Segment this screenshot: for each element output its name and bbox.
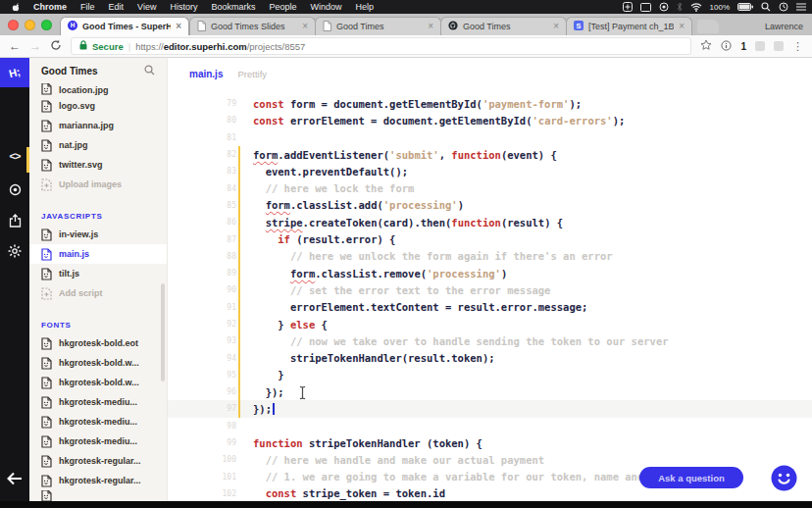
close-tab-icon[interactable]: ×: [553, 22, 559, 31]
code-line[interactable]: 79const form = document.getElementById('…: [168, 95, 812, 112]
sidebar-font-item[interactable]: hkgrotesk-bold.w...: [29, 353, 167, 373]
password-extension-icon[interactable]: 1: [740, 41, 746, 52]
status-plus-icon[interactable]: [623, 2, 633, 12]
close-tab-icon[interactable]: ×: [428, 22, 433, 31]
browser-tab[interactable]: S[Test] Payment ch_1BPyR6IW×: [566, 17, 692, 35]
browser-tab[interactable]: Good Times×: [315, 17, 441, 35]
settings-gear-icon[interactable]: [0, 244, 29, 258]
notification-center-icon[interactable]: [796, 3, 806, 11]
code-line[interactable]: 98: [168, 418, 812, 434]
code-line[interactable]: 89 form.classList.remove('processing'): [168, 265, 812, 281]
sidebar-font-item[interactable]: hkgrotesk-regular...: [29, 451, 167, 471]
close-tab-icon[interactable]: ×: [176, 22, 181, 31]
search-icon[interactable]: [144, 62, 155, 79]
code-editor[interactable]: main.js Prettify 79const form = document…: [167, 58, 812, 508]
info-extension-icon[interactable]: [721, 37, 732, 55]
code-line[interactable]: 94 stripeTokenHandler(result.token);: [168, 349, 812, 366]
sidebar-item-marianna-jpg[interactable]: marianna.jpg: [29, 116, 167, 135]
code-text: } else {: [248, 319, 328, 330]
changed-line-marker: [238, 214, 248, 230]
code-line[interactable]: 83 event.preventDefault();: [168, 163, 812, 179]
screen-record-icon[interactable]: [659, 2, 669, 12]
minimize-window-button[interactable]: [25, 20, 35, 30]
browser-tab[interactable]: HGood Times - SuperHi×: [60, 17, 189, 35]
code-line[interactable]: 92 } else {: [168, 316, 812, 332]
code-area[interactable]: 79const form = document.getElementById('…: [168, 89, 812, 502]
close-window-button[interactable]: [8, 20, 19, 30]
code-line[interactable]: 86 stripe.createToken(card).then(functio…: [168, 214, 812, 230]
extension-icon-dim[interactable]: [755, 41, 765, 51]
code-line[interactable]: 88 // here we unlock the form again if t…: [168, 248, 812, 265]
add-script-button[interactable]: Add script: [29, 283, 167, 303]
code-line[interactable]: 81: [168, 129, 812, 146]
browser-tab[interactable]: Good Times Slides×: [189, 17, 316, 35]
secure-lock-icon[interactable]: [79, 40, 87, 52]
code-line[interactable]: 100 // here we handle and make our actua…: [168, 451, 812, 468]
sidebar-scrollbar[interactable]: [161, 283, 165, 381]
preview-eye-icon[interactable]: [0, 183, 29, 196]
sidebar-font-item[interactable]: hkgrotesk-mediu...: [29, 392, 167, 412]
code-line[interactable]: 90 // set the error text to the error me…: [168, 281, 812, 298]
menu-bookmarks[interactable]: Bookmarks: [204, 2, 262, 12]
sidebar-font-item[interactable]: hkgrotesk-regular...: [29, 471, 167, 490]
menu-window[interactable]: Window: [303, 2, 348, 12]
reload-button[interactable]: [50, 37, 62, 55]
browser-profile-name[interactable]: Lawrence: [765, 22, 803, 31]
sidebar-item-in-view-js[interactable]: in-view.js: [29, 225, 167, 244]
code-line[interactable]: 85 form.classList.add('processing'): [168, 197, 812, 214]
ask-question-button[interactable]: Ask a question: [639, 467, 743, 488]
wifi-icon[interactable]: [690, 3, 702, 12]
code-line[interactable]: 96 });: [168, 383, 812, 400]
code-line[interactable]: 87 if (result.error) {: [168, 230, 812, 247]
zoom-window-button[interactable]: [41, 20, 52, 30]
menu-view[interactable]: View: [130, 2, 163, 12]
code-line[interactable]: 84 // here we lock the form: [168, 179, 812, 196]
menu-help[interactable]: Help: [348, 2, 381, 12]
extension-icon-dim[interactable]: [774, 41, 784, 51]
battery-icon[interactable]: [737, 3, 753, 11]
code-editor-icon[interactable]: <>: [0, 150, 29, 162]
bookmark-star-icon[interactable]: [700, 37, 712, 55]
clock-icon[interactable]: [779, 2, 788, 12]
browser-menu-icon[interactable]: ⋮: [792, 40, 803, 53]
code-line[interactable]: 93 // now we take over to handle sending…: [168, 332, 812, 349]
new-tab-button[interactable]: [697, 20, 719, 33]
code-line[interactable]: 82form.addEventListener('submit', functi…: [168, 146, 812, 163]
sidebar-item-twitter-svg[interactable]: twitter.svg: [29, 155, 167, 175]
spotlight-search-icon[interactable]: [761, 2, 771, 12]
back-button[interactable]: ←: [9, 40, 21, 52]
menu-people[interactable]: People: [262, 2, 303, 12]
code-line[interactable]: 80const errorElement = document.getEleme…: [168, 112, 812, 128]
sidebar-font-item[interactable]: hkgrotesk-bold.w...: [29, 373, 167, 392]
upload-images-button[interactable]: Upload images: [29, 175, 167, 194]
menu-file[interactable]: File: [74, 2, 102, 12]
code-line[interactable]: 99function stripeTokenHandler (token) {: [168, 434, 812, 451]
sidebar-item-location-jpg[interactable]: location.jpg: [29, 83, 167, 96]
menu-history[interactable]: History: [163, 2, 204, 12]
share-upload-icon[interactable]: [0, 214, 29, 228]
apple-menu-icon[interactable]: [6, 2, 26, 13]
sidebar-font-item[interactable]: hkgrotesk-mediu...: [29, 412, 167, 432]
sidebar-item-main-js[interactable]: main.js: [29, 244, 167, 264]
code-line[interactable]: 91 errorElement.textContent = result.err…: [168, 299, 812, 316]
menu-app-name[interactable]: Chrome: [26, 2, 74, 12]
bluetooth-icon[interactable]: [677, 2, 683, 12]
code-line[interactable]: 97});: [168, 400, 812, 417]
window-icon[interactable]: [640, 3, 651, 12]
browser-tab[interactable]: Good Times×: [440, 17, 567, 35]
code-line[interactable]: 95 }: [168, 367, 812, 383]
close-tab-icon[interactable]: ×: [679, 22, 685, 31]
help-smiley-icon[interactable]: [771, 465, 797, 495]
close-tab-icon[interactable]: ×: [302, 22, 308, 31]
back-arrow-icon[interactable]: [0, 472, 29, 485]
prettify-button[interactable]: Prettify: [237, 69, 267, 79]
sidebar-item-nat-jpg[interactable]: nat.jpg: [29, 135, 167, 155]
sidebar-font-item[interactable]: hkgrotesk-mediu...: [29, 432, 167, 451]
superhi-logo[interactable]: H;: [0, 58, 29, 87]
sidebar-item-tilt-js[interactable]: tilt.js: [29, 264, 167, 283]
editor-file-tab[interactable]: main.js: [189, 69, 223, 79]
address-bar[interactable]: Secure | https://editor.superhi.com/proj…: [71, 37, 691, 55]
sidebar-item-logo-svg[interactable]: logo.svg: [29, 96, 167, 116]
menu-edit[interactable]: Edit: [102, 2, 131, 12]
sidebar-font-item[interactable]: hkgrotesk-bold.eot: [29, 333, 167, 353]
